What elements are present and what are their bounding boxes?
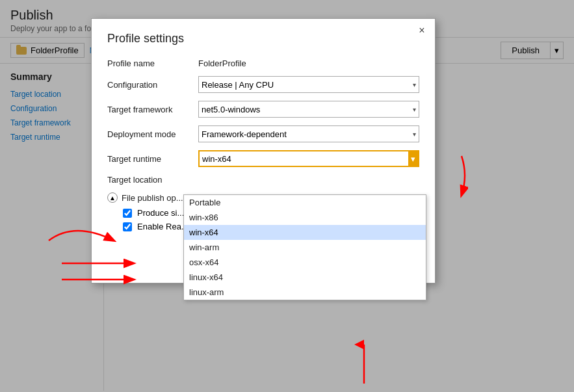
target-framework-dropdown-arrow: ▾ [413,106,416,113]
profile-name-row: Profile name FolderProfile [107,59,419,68]
dropdown-option-portable[interactable]: Portable [184,195,426,210]
dropdown-option-linux-x64[interactable]: linux-x64 [184,270,426,285]
dropdown-option-win-arm[interactable]: win-arm [184,240,426,255]
dropdown-option-win-x86[interactable]: win-x86 [184,210,426,225]
deployment-mode-select[interactable]: Framework-dependent ▾ [198,125,419,142]
deployment-mode-value: Framework-dependent [202,129,287,139]
deployment-mode-row: Deployment mode Framework-dependent ▾ [107,125,419,142]
collapse-button[interactable]: ▲ [107,192,118,203]
profile-name-label: Profile name [107,59,198,68]
target-location-row: Target location [107,175,419,185]
configuration-select[interactable]: Release | Any CPU ▾ [198,76,419,93]
profile-settings-dialog: × Profile settings Profile name FolderPr… [91,18,436,283]
target-framework-label: Target framework [107,105,198,114]
profile-name-value: FolderProfile [198,59,246,68]
file-publish-title: File publish op... [122,193,183,203]
configuration-label: Configuration [107,80,198,90]
target-runtime-label: Target runtime [107,154,198,164]
target-runtime-row: Target runtime win-x64 ▾ [107,150,419,167]
configuration-row: Configuration Release | Any CPU ▾ [107,76,419,93]
target-runtime-value: win-x64 [202,154,231,164]
target-location-label: Target location [107,175,198,185]
dropdown-option-win-x64[interactable]: win-x64 [184,225,426,240]
produce-single-label: Produce si... [137,208,184,218]
target-framework-row: Target framework net5.0-windows ▾ [107,101,419,118]
dialog-title: Profile settings [107,32,419,46]
target-runtime-dropdown-list: Portable win-x86 win-x64 win-arm osx-x64… [183,194,426,300]
enable-ready-checkbox[interactable] [123,222,132,231]
background-page: Publish Deploy your app to a folder, IIS… [0,0,574,392]
target-runtime-dropdown-arrow: ▾ [408,150,418,167]
target-runtime-select[interactable]: win-x64 ▾ [198,150,419,167]
enable-ready-label: Enable Rea... [137,222,189,231]
dropdown-option-osx-x64[interactable]: osx-x64 [184,255,426,270]
deployment-mode-label: Deployment mode [107,129,198,139]
configuration-value: Release | Any CPU [202,80,274,90]
produce-single-checkbox[interactable] [123,209,132,218]
target-framework-select[interactable]: net5.0-windows ▾ [198,101,419,118]
dialog-close-button[interactable]: × [415,24,428,37]
deployment-mode-dropdown-arrow: ▾ [413,131,416,138]
configuration-dropdown-arrow: ▾ [413,81,416,88]
dropdown-option-linux-arm[interactable]: linux-arm [184,285,426,300]
target-framework-value: net5.0-windows [202,105,260,114]
